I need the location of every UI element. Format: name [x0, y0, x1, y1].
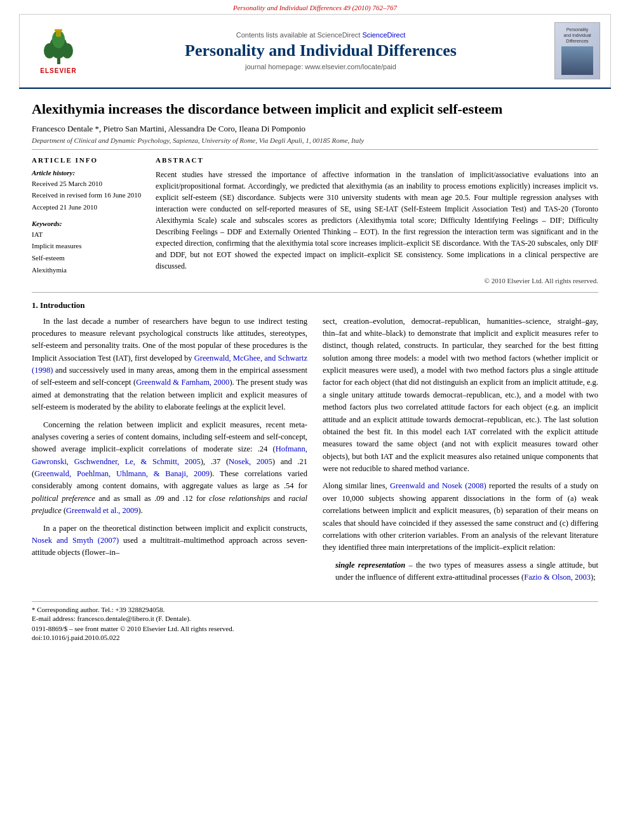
email-note: E-mail address: francesco.dentale@libero… [32, 615, 598, 622]
svg-rect-5 [56, 30, 61, 37]
doi-line: doi:10.1016/j.paid.2010.05.022 [32, 634, 598, 641]
abstract-text: Recent studies have stressed the importa… [156, 169, 598, 272]
journal-title-area: Contents lists available at ScienceDirec… [95, 31, 547, 70]
article-divider-1 [32, 149, 598, 150]
elsevier-wordmark: ELSEVIER [40, 67, 76, 74]
affiliation-line: Department of Clinical and Dynamic Psych… [32, 137, 598, 144]
body-right-para-1: sect, creation–evolution, democrat–repub… [323, 316, 598, 476]
article-title: Alexithymia increases the discordance be… [32, 100, 598, 119]
elsevier-tree-icon [38, 28, 79, 66]
svg-point-3 [62, 43, 73, 58]
body-right-para-2: Along similar lines, Greenwald and Nosek… [323, 480, 598, 554]
authors-line: Francesco Dentale *, Pietro San Martini,… [32, 124, 598, 134]
footnote-area: * Corresponding author. Tel.: +39 328829… [32, 601, 598, 641]
journal-cover-image: Personalityand IndividualDifferences [554, 22, 600, 79]
elsevier-logo: ELSEVIER [30, 28, 87, 74]
single-rep-entry: single representation – the two types of… [323, 559, 598, 584]
abstract-col: ABSTRACT Recent studies have stressed th… [156, 156, 598, 284]
journal-header-box: ELSEVIER Contents lists available at Sci… [19, 14, 611, 88]
section-1-heading: 1. Introduction [32, 300, 598, 310]
journal-citation: Personality and Individual Differences 4… [0, 0, 630, 14]
single-rep-label: single representation [335, 561, 405, 570]
body-left-col: In the last decade a number of researche… [32, 316, 307, 589]
keyword-iat: IAT [32, 229, 143, 241]
body-right-col: sect, creation–evolution, democrat–repub… [323, 316, 598, 589]
svg-rect-6 [55, 29, 62, 31]
article-info-abstract: ARTICLE INFO Article history: Received 2… [32, 156, 598, 284]
svg-point-2 [44, 43, 55, 58]
body-section-1: 1. Introduction In the last decade a num… [32, 300, 598, 589]
keyword-implicit: Implicit measures [32, 240, 143, 252]
header-divider [19, 88, 611, 89]
article-divider-2 [32, 292, 598, 293]
main-content: Alexithymia increases the discordance be… [0, 100, 630, 641]
journal-name-title: Personality and Individual Differences [95, 41, 547, 60]
issn-line: 0191-8869/$ – see front matter © 2010 El… [32, 625, 598, 632]
accepted-date: Accepted 21 June 2010 [32, 201, 143, 213]
body-para-1: In the last decade a number of researche… [32, 316, 307, 414]
corresponding-note: * Corresponding author. Tel.: +39 328829… [32, 606, 598, 613]
keyword-selfesteem: Self-esteem [32, 252, 143, 264]
received-date: Received 25 March 2010 [32, 178, 143, 190]
history-section: Article history: Received 25 March 2010 … [32, 169, 143, 213]
revised-date: Received in revised form 16 June 2010 [32, 189, 143, 201]
history-label: Article history: [32, 169, 143, 177]
keywords-label: Keywords: [32, 220, 143, 227]
body-para-2: Concerning the relation between implicit… [32, 419, 307, 517]
keyword-alexithymia: Alexithymia [32, 264, 143, 276]
article-info-heading: ARTICLE INFO [32, 156, 143, 164]
copyright-line: © 2010 Elsevier Ltd. All rights reserved… [156, 277, 598, 284]
should-word: should [358, 519, 379, 528]
keywords-section: Keywords: IAT Implicit measures Self-est… [32, 220, 143, 276]
abstract-heading: ABSTRACT [156, 156, 598, 164]
article-info-col: ARTICLE INFO Article history: Received 2… [32, 156, 143, 284]
journal-homepage-line: journal homepage: www.elsevier.com/locat… [95, 63, 547, 70]
body-para-3: In a paper on the theoretical distinctio… [32, 523, 307, 559]
body-two-col: In the last decade a number of researche… [32, 316, 598, 589]
contents-available-line: Contents lists available at ScienceDirec… [95, 31, 547, 39]
